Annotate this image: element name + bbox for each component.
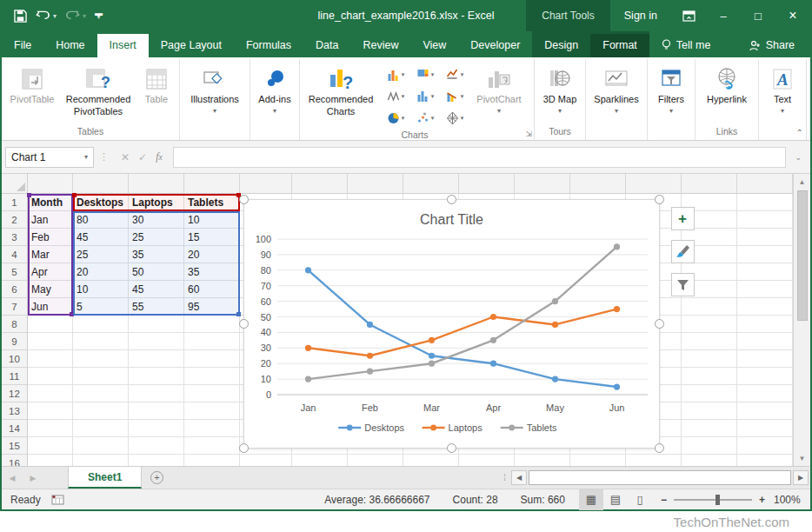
insert-line-chart-button[interactable]: ▾ <box>381 85 410 107</box>
name-box[interactable]: Chart 1 ▾ <box>5 147 94 168</box>
name-box-dropdown-icon[interactable]: ▾ <box>84 153 88 161</box>
row-header-14[interactable]: 14 <box>2 420 28 437</box>
cell-B13[interactable] <box>73 402 129 420</box>
cell-M11[interactable] <box>682 368 737 385</box>
cell-I16[interactable] <box>459 455 515 466</box>
cell-M13[interactable] <box>682 402 737 420</box>
row-header-4[interactable]: 4 <box>2 246 28 263</box>
row-header-12[interactable]: 12 <box>2 385 28 402</box>
cell-A10[interactable] <box>28 350 73 368</box>
page-break-preview-button[interactable]: ▯ <box>628 489 652 510</box>
column-header-E[interactable] <box>240 174 292 194</box>
tab-design[interactable]: Design <box>532 34 590 57</box>
cell-N6[interactable] <box>737 281 793 298</box>
cell-B4[interactable]: 25 <box>73 246 129 263</box>
chart-elements-button[interactable]: + <box>671 207 695 230</box>
insert-waterfall-chart-button[interactable]: ▾ <box>440 63 469 85</box>
tab-data[interactable]: Data <box>303 34 350 57</box>
cell-C2[interactable]: 30 <box>129 211 184 229</box>
cell-D9[interactable] <box>184 333 240 350</box>
tab-insert[interactable]: Insert <box>97 34 149 57</box>
insert-statistic-chart-button[interactable]: ▾ <box>410 85 440 107</box>
undo-button[interactable]: ▾ <box>36 10 57 22</box>
save-icon[interactable] <box>14 10 27 23</box>
tab-review[interactable]: Review <box>350 34 410 57</box>
cell-C7[interactable]: 55 <box>129 298 184 316</box>
chart-resize-handle[interactable] <box>239 195 249 204</box>
cell-C5[interactable]: 50 <box>129 263 184 281</box>
insert-scatter-chart-button[interactable]: ▾ <box>410 107 440 129</box>
cell-A7[interactable]: Jun <box>28 298 73 316</box>
sheet-nav-left-icon[interactable]: ◀ <box>2 467 23 489</box>
zoom-level[interactable]: 100% <box>774 494 810 506</box>
cell-D11[interactable] <box>184 368 240 385</box>
cell-N7[interactable] <box>737 298 793 316</box>
cell-C3[interactable]: 25 <box>129 229 184 246</box>
zoom-slider[interactable] <box>674 499 752 501</box>
insert-combo-chart-button[interactable]: ▾ <box>440 85 469 107</box>
cell-D4[interactable]: 20 <box>184 246 240 263</box>
sheet-grid[interactable]: 1MonthDesktopsLaptopsTablets2Jan8030103F… <box>2 174 793 466</box>
zoom-slider-thumb[interactable] <box>715 495 720 505</box>
cell-M12[interactable] <box>682 385 737 402</box>
cell-N12[interactable] <box>737 385 793 402</box>
cell-A9[interactable] <box>28 333 73 350</box>
row-header-5[interactable]: 5 <box>2 263 28 281</box>
cell-B5[interactable]: 20 <box>73 263 129 281</box>
insert-surface-radar-chart-button[interactable]: ▾ <box>440 107 469 129</box>
cell-C1[interactable]: Laptops <box>129 194 184 211</box>
scroll-up-icon[interactable]: ▲ <box>794 174 810 190</box>
scroll-down-icon[interactable]: ▼ <box>794 450 810 466</box>
column-header-L[interactable] <box>626 174 682 194</box>
vertical-scroll-thumb[interactable] <box>797 190 808 321</box>
chart-resize-handle[interactable] <box>447 195 456 204</box>
cell-B9[interactable] <box>73 333 129 350</box>
cell-N4[interactable] <box>737 246 793 263</box>
cell-D12[interactable] <box>184 385 240 402</box>
chart-resize-handle[interactable] <box>655 319 664 329</box>
cell-E16[interactable] <box>240 455 292 466</box>
cell-L16[interactable] <box>626 455 682 466</box>
cell-C10[interactable] <box>129 350 184 368</box>
cell-A13[interactable] <box>28 402 73 420</box>
cell-N15[interactable] <box>737 437 793 455</box>
column-header-M[interactable] <box>682 174 737 194</box>
column-header-D[interactable] <box>184 174 240 194</box>
cell-A12[interactable] <box>28 385 73 402</box>
vertical-scrollbar[interactable]: ▲ ▼ <box>793 174 810 466</box>
tab-scrollbar-splitter[interactable]: ⁞ <box>500 467 509 489</box>
cell-N2[interactable] <box>737 211 793 229</box>
cell-B2[interactable]: 80 <box>73 211 129 229</box>
map3d-button[interactable]: 3D Map ▾ <box>537 61 582 116</box>
scroll-right-icon[interactable]: ▶ <box>793 470 809 485</box>
row-header-8[interactable]: 8 <box>2 316 28 333</box>
cell-N16[interactable] <box>737 455 793 466</box>
cell-A3[interactable]: Feb <box>28 229 73 246</box>
sheet-tab-sheet1[interactable]: Sheet1 <box>68 467 142 489</box>
cell-N11[interactable] <box>737 368 793 385</box>
cell-B11[interactable] <box>73 368 129 385</box>
charts-dialog-launcher-icon[interactable]: ⇲ <box>525 130 532 138</box>
recommended-pivottables-button[interactable]: ? Recommended PivotTables <box>60 61 136 118</box>
cell-C9[interactable] <box>129 333 184 350</box>
hyperlink-button[interactable]: Hyperlink <box>698 61 755 106</box>
cell-N14[interactable] <box>737 420 793 437</box>
cell-M9[interactable] <box>682 333 737 350</box>
chart-filters-button[interactable] <box>671 273 695 296</box>
share-button[interactable]: Share <box>733 34 810 57</box>
row-header-2[interactable]: 2 <box>2 211 28 229</box>
cell-C12[interactable] <box>129 385 184 402</box>
customize-qat-button[interactable]: ▬▾ <box>95 11 103 19</box>
chart-resize-handle[interactable] <box>239 443 249 453</box>
tab-formulas[interactable]: Formulas <box>234 34 303 57</box>
chart-resize-handle[interactable] <box>239 319 249 329</box>
tab-page-layout[interactable]: Page Layout <box>149 34 234 57</box>
cell-H16[interactable] <box>403 455 459 466</box>
collapse-ribbon-icon[interactable]: ⌃ <box>796 128 803 137</box>
sparklines-button[interactable]: Sparklines ▾ <box>589 61 644 116</box>
cell-A14[interactable] <box>28 420 73 437</box>
ribbon-display-options-button[interactable] <box>671 0 706 31</box>
cell-D13[interactable] <box>184 402 240 420</box>
horizontal-scrollbar[interactable]: ◀ ▶ <box>509 467 810 489</box>
row-header-9[interactable]: 9 <box>2 333 28 350</box>
